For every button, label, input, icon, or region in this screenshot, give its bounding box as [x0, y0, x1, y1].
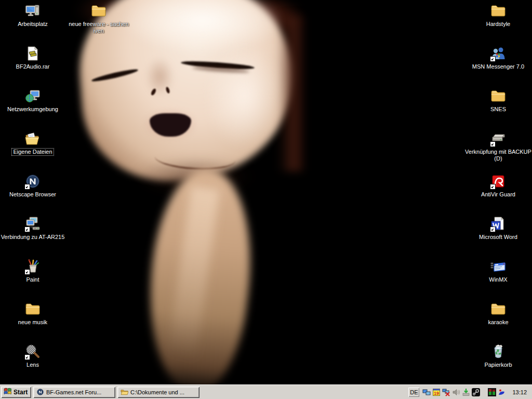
rar-file-icon — [24, 45, 42, 62]
desktop-icon-label: Arbeitsplatz — [17, 21, 48, 28]
desktop-icon-winmx[interactable]: WinMX — [464, 258, 532, 283]
tray-network-tray-icon[interactable] — [422, 388, 431, 396]
tray-updater-icon[interactable] — [462, 388, 470, 396]
folder-icon — [489, 300, 507, 318]
netscape-icon — [36, 388, 44, 396]
lens-icon — [24, 343, 42, 361]
desktop-icon-verkn-pfung-mit-backup-d[interactable]: Verknüpfung mit BACKUP (D) — [464, 130, 532, 162]
msn-messenger-icon — [489, 45, 507, 62]
desktop-icon-antivir-guard[interactable]: AntiVir Guard — [464, 172, 532, 198]
shortcut-arrow-icon — [490, 227, 496, 232]
desktop-icon-label: Verbindung zu AT-AR215 — [0, 234, 65, 241]
shortcut-arrow-icon — [24, 184, 30, 190]
antivir-icon — [489, 172, 507, 190]
shortcut-arrow-icon — [490, 184, 496, 190]
desktop-icon-label: neue freeware - sachen iven — [64, 21, 133, 34]
desktop-icon-label: Netscape Browser — [8, 191, 57, 198]
desktop-icon-netscape-browser[interactable]: Netscape Browser — [0, 172, 67, 198]
taskbar-button-bf-games-net-foru[interactable]: BF-Games.net Foru... — [33, 387, 115, 398]
desktop-icon-label: BF2Audio.rar — [15, 63, 51, 70]
desktop-icon-microsoft-word[interactable]: Microsoft Word — [464, 215, 532, 241]
desktop-icon-lens[interactable]: Lens — [0, 343, 67, 368]
desktop-icon-label: Lens — [25, 362, 40, 368]
desktop-icon-label: WinMX — [488, 276, 508, 283]
desktop-icon-label: SNES — [489, 106, 507, 113]
shortcut-arrow-icon — [24, 227, 30, 232]
shortcut-arrow-icon — [24, 354, 30, 360]
desktop-icon-eigene-dateien[interactable]: Eigene Dateien — [0, 130, 67, 155]
desktop-icon-hardstyle[interactable]: Hardstyle — [464, 2, 532, 28]
tray-steam-icon[interactable] — [472, 388, 480, 396]
desktop-icon-neue-freeware-sachen-iven[interactable]: neue freeware - sachen iven — [64, 2, 133, 34]
shortcut-arrow-icon — [490, 141, 496, 147]
tray-antivir-tray-icon[interactable] — [498, 388, 506, 396]
desktop-icon-bf2audio-rar[interactable]: BF2Audio.rar — [0, 45, 67, 70]
taskbar: Start BF-Games.net Foru...C:\Dokumente u… — [0, 384, 532, 399]
netscape-icon — [24, 172, 42, 190]
desktop-icon-label: MSN Messenger 7.0 — [471, 63, 525, 70]
taskbar-buttons: BF-Games.net Foru...C:\Dokumente und ... — [31, 387, 200, 398]
desktop-icon-label: Papierkorb — [483, 362, 513, 368]
my-computer-icon — [24, 2, 42, 20]
tray-icon-area: 19 — [422, 388, 506, 396]
taskbar-clock[interactable]: 13:12 — [511, 389, 528, 395]
tray-net-disconnected-icon[interactable] — [442, 388, 450, 396]
folder-open-icon — [121, 388, 128, 396]
desktop-icon-label: AntiVir Guard — [480, 191, 516, 198]
desktop-icon-verbindung-zu-at-ar215[interactable]: Verbindung zu AT-AR215 — [0, 215, 67, 241]
winmx-icon — [489, 258, 507, 275]
desktop-icon-label: Hardstyle — [485, 21, 511, 28]
tray-traffic-meter-icon[interactable] — [488, 388, 496, 396]
taskbar-button-c-dokumente-und[interactable]: C:\Dokumente und ... — [117, 387, 200, 398]
taskbar-button-label: BF-Games.net Foru... — [46, 389, 101, 395]
desktop-icon-arbeitsplatz[interactable]: Arbeitsplatz — [0, 2, 67, 28]
tray-volume-icon[interactable] — [452, 388, 460, 396]
start-button-label: Start — [14, 389, 28, 396]
system-tray: DE 19 13:12 — [408, 385, 532, 399]
hdd-icon — [489, 130, 507, 148]
word-icon — [489, 215, 507, 233]
taskbar-button-label: C:\Dokumente und ... — [130, 389, 184, 395]
desktop-icon-netzwerkumgebung[interactable]: Netzwerkumgebung — [0, 87, 67, 113]
desktop-icon-label: Netzwerkumgebung — [6, 106, 59, 113]
desktop-icon-label: Paint — [25, 276, 40, 283]
windows-logo-icon — [4, 387, 12, 397]
my-documents-icon — [24, 130, 42, 148]
folder-icon — [489, 2, 507, 20]
desktop-icon-grid: Arbeitsplatzneue freeware - sachen ivenB… — [0, 0, 532, 399]
desktop-icon-neue-musik[interactable]: neue musik — [0, 300, 67, 326]
desktop-icon-msn-messenger-7-0[interactable]: MSN Messenger 7.0 — [464, 45, 532, 70]
desktop-icon-paint[interactable]: Paint — [0, 258, 67, 283]
recycle-bin-icon — [489, 343, 507, 361]
desktop-icon-label: Microsoft Word — [478, 234, 518, 241]
desktop-icon-label: Eigene Dateien — [12, 149, 53, 155]
dialup-icon — [24, 215, 42, 233]
desktop-icon-papierkorb[interactable]: Papierkorb — [464, 343, 532, 368]
desktop-icon-label: Verknüpfung mit BACKUP (D) — [464, 149, 532, 162]
start-button[interactable]: Start — [1, 387, 31, 398]
shortcut-arrow-icon — [490, 56, 496, 62]
tray-calendar-19-icon[interactable]: 19 — [432, 388, 441, 396]
desktop-icon-karaoke[interactable]: karaoke — [464, 300, 532, 326]
desktop-icon-label: karaoke — [487, 319, 509, 326]
folder-icon — [489, 87, 507, 105]
language-indicator[interactable]: DE — [408, 388, 419, 397]
desktop-icon-label: neue musik — [17, 319, 48, 326]
paint-icon — [24, 258, 42, 275]
folder-icon — [24, 300, 42, 318]
network-places-icon — [24, 87, 42, 105]
folder-icon — [90, 2, 108, 20]
shortcut-arrow-icon — [24, 269, 30, 275]
svg-text:19: 19 — [434, 390, 439, 395]
desktop-icon-snes[interactable]: SNES — [464, 87, 532, 113]
